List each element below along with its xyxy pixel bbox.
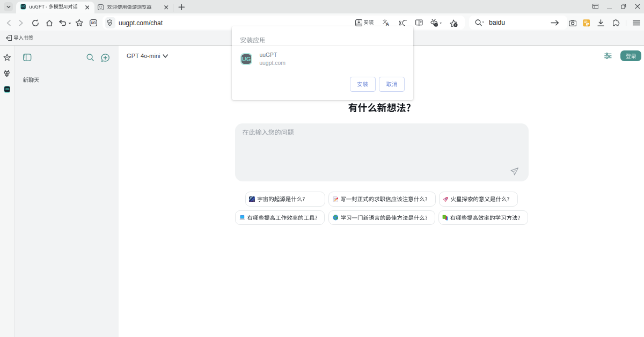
svg-text:UG: UG xyxy=(4,88,9,91)
svg-text:UG: UG xyxy=(91,21,96,25)
svg-text:UG: UG xyxy=(242,56,251,62)
svg-text:UG: UG xyxy=(21,5,25,8)
